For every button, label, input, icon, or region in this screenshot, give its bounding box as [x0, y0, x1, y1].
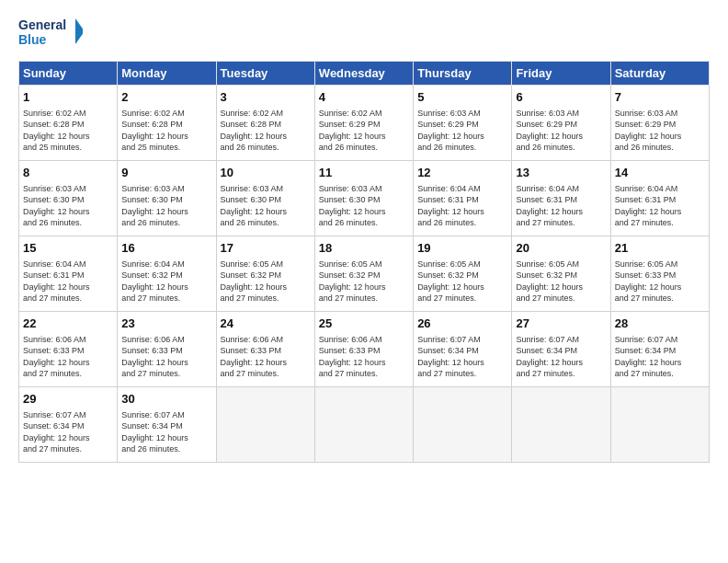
cell-text: Sunrise: 6:02 AMSunset: 6:28 PMDaylight:… [121, 108, 211, 154]
cell-text: Sunrise: 6:03 AMSunset: 6:30 PMDaylight:… [221, 183, 311, 229]
logo-svg: General Blue [18, 15, 83, 52]
day-number: 10 [221, 165, 311, 181]
calendar-cell: 20Sunrise: 6:05 AMSunset: 6:32 PMDayligh… [512, 236, 610, 312]
day-number: 5 [417, 89, 507, 106]
calendar-body: 1Sunrise: 6:02 AMSunset: 6:28 PMDaylight… [19, 86, 710, 463]
calendar-cell: 8Sunrise: 6:03 AMSunset: 6:30 PMDaylight… [19, 161, 118, 236]
cell-text: Sunrise: 6:07 AMSunset: 6:34 PMDaylight:… [23, 409, 113, 455]
cell-text: Sunrise: 6:03 AMSunset: 6:30 PMDaylight:… [319, 183, 409, 229]
cell-text: Sunrise: 6:05 AMSunset: 6:32 PMDaylight:… [319, 259, 409, 304]
day-number: 19 [417, 240, 507, 257]
day-number: 21 [615, 240, 705, 257]
day-number: 15 [23, 240, 113, 257]
cell-text: Sunrise: 6:04 AMSunset: 6:32 PMDaylight:… [121, 259, 211, 304]
weekday-wednesday: Wednesday [314, 62, 413, 86]
header: General Blue [18, 15, 710, 52]
calendar-cell [216, 387, 314, 463]
weekday-header: SundayMondayTuesdayWednesdayThursdayFrid… [19, 62, 710, 86]
calendar-cell: 25Sunrise: 6:06 AMSunset: 6:33 PMDayligh… [314, 312, 413, 387]
calendar-cell: 16Sunrise: 6:04 AMSunset: 6:32 PMDayligh… [118, 236, 216, 312]
cell-text: Sunrise: 6:05 AMSunset: 6:32 PMDaylight:… [516, 259, 606, 304]
weekday-friday: Friday [512, 62, 610, 86]
calendar-cell: 29Sunrise: 6:07 AMSunset: 6:34 PMDayligh… [19, 387, 118, 463]
calendar-cell: 10Sunrise: 6:03 AMSunset: 6:30 PMDayligh… [216, 161, 314, 236]
calendar-cell: 7Sunrise: 6:03 AMSunset: 6:29 PMDaylight… [610, 86, 709, 161]
day-number: 12 [417, 165, 507, 181]
day-number: 30 [121, 391, 211, 408]
weekday-monday: Monday [118, 62, 216, 86]
day-number: 17 [221, 240, 311, 257]
cell-text: Sunrise: 6:07 AMSunset: 6:34 PMDaylight:… [417, 334, 507, 380]
calendar-cell: 26Sunrise: 6:07 AMSunset: 6:34 PMDayligh… [414, 312, 512, 387]
day-number: 24 [221, 316, 311, 332]
calendar-cell: 17Sunrise: 6:05 AMSunset: 6:32 PMDayligh… [216, 236, 314, 312]
page: General Blue SundayMondayTuesdayWednesda… [0, 0, 728, 563]
calendar-cell [414, 387, 512, 463]
calendar-cell: 11Sunrise: 6:03 AMSunset: 6:30 PMDayligh… [314, 161, 413, 236]
weekday-tuesday: Tuesday [216, 62, 314, 86]
svg-marker-2 [75, 18, 83, 44]
calendar-week-2: 15Sunrise: 6:04 AMSunset: 6:31 PMDayligh… [19, 236, 710, 312]
day-number: 20 [516, 240, 606, 257]
cell-text: Sunrise: 6:02 AMSunset: 6:29 PMDaylight:… [319, 108, 409, 154]
day-number: 28 [615, 316, 705, 332]
cell-text: Sunrise: 6:02 AMSunset: 6:28 PMDaylight:… [221, 108, 311, 154]
day-number: 1 [23, 89, 113, 106]
cell-text: Sunrise: 6:04 AMSunset: 6:31 PMDaylight:… [417, 183, 507, 229]
calendar-cell: 2Sunrise: 6:02 AMSunset: 6:28 PMDaylight… [118, 86, 216, 161]
calendar-cell: 15Sunrise: 6:04 AMSunset: 6:31 PMDayligh… [19, 236, 118, 312]
calendar-cell: 30Sunrise: 6:07 AMSunset: 6:34 PMDayligh… [118, 387, 216, 463]
day-number: 4 [319, 89, 409, 106]
cell-text: Sunrise: 6:04 AMSunset: 6:31 PMDaylight:… [615, 183, 705, 229]
cell-text: Sunrise: 6:03 AMSunset: 6:30 PMDaylight:… [23, 183, 113, 229]
cell-text: Sunrise: 6:03 AMSunset: 6:29 PMDaylight:… [615, 108, 705, 154]
calendar-cell: 5Sunrise: 6:03 AMSunset: 6:29 PMDaylight… [414, 86, 512, 161]
calendar-cell: 21Sunrise: 6:05 AMSunset: 6:33 PMDayligh… [610, 236, 709, 312]
day-number: 14 [615, 165, 705, 181]
day-number: 7 [615, 89, 705, 106]
calendar-cell [610, 387, 709, 463]
day-number: 2 [121, 89, 211, 106]
day-number: 3 [221, 89, 311, 106]
day-number: 6 [516, 89, 606, 106]
cell-text: Sunrise: 6:07 AMSunset: 6:34 PMDaylight:… [615, 334, 705, 380]
calendar-cell: 23Sunrise: 6:06 AMSunset: 6:33 PMDayligh… [118, 312, 216, 387]
cell-text: Sunrise: 6:03 AMSunset: 6:29 PMDaylight:… [516, 108, 606, 154]
calendar-cell: 6Sunrise: 6:03 AMSunset: 6:29 PMDaylight… [512, 86, 610, 161]
calendar-cell: 9Sunrise: 6:03 AMSunset: 6:30 PMDaylight… [118, 161, 216, 236]
cell-text: Sunrise: 6:03 AMSunset: 6:30 PMDaylight:… [121, 183, 211, 229]
calendar-week-0: 1Sunrise: 6:02 AMSunset: 6:28 PMDaylight… [19, 86, 710, 161]
calendar-cell: 12Sunrise: 6:04 AMSunset: 6:31 PMDayligh… [414, 161, 512, 236]
calendar-cell: 14Sunrise: 6:04 AMSunset: 6:31 PMDayligh… [610, 161, 709, 236]
weekday-saturday: Saturday [610, 62, 709, 86]
cell-text: Sunrise: 6:05 AMSunset: 6:33 PMDaylight:… [615, 259, 705, 304]
cell-text: Sunrise: 6:02 AMSunset: 6:28 PMDaylight:… [23, 108, 113, 154]
calendar-cell: 24Sunrise: 6:06 AMSunset: 6:33 PMDayligh… [216, 312, 314, 387]
calendar-week-3: 22Sunrise: 6:06 AMSunset: 6:33 PMDayligh… [19, 312, 710, 387]
cell-text: Sunrise: 6:07 AMSunset: 6:34 PMDaylight:… [121, 409, 211, 455]
day-number: 16 [121, 240, 211, 257]
day-number: 9 [121, 165, 211, 181]
day-number: 18 [319, 240, 409, 257]
calendar-cell: 1Sunrise: 6:02 AMSunset: 6:28 PMDaylight… [19, 86, 118, 161]
cell-text: Sunrise: 6:07 AMSunset: 6:34 PMDaylight:… [516, 334, 606, 380]
cell-text: Sunrise: 6:05 AMSunset: 6:32 PMDaylight:… [221, 259, 311, 304]
cell-text: Sunrise: 6:06 AMSunset: 6:33 PMDaylight:… [319, 334, 409, 380]
weekday-thursday: Thursday [414, 62, 512, 86]
calendar-week-1: 8Sunrise: 6:03 AMSunset: 6:30 PMDaylight… [19, 161, 710, 236]
calendar-week-4: 29Sunrise: 6:07 AMSunset: 6:34 PMDayligh… [19, 387, 710, 463]
day-number: 8 [23, 165, 113, 181]
calendar-cell: 13Sunrise: 6:04 AMSunset: 6:31 PMDayligh… [512, 161, 610, 236]
cell-text: Sunrise: 6:06 AMSunset: 6:33 PMDaylight:… [221, 334, 311, 380]
day-number: 26 [417, 316, 507, 332]
calendar-cell: 4Sunrise: 6:02 AMSunset: 6:29 PMDaylight… [314, 86, 413, 161]
cell-text: Sunrise: 6:04 AMSunset: 6:31 PMDaylight:… [516, 183, 606, 229]
weekday-sunday: Sunday [19, 62, 118, 86]
day-number: 23 [121, 316, 211, 332]
logo: General Blue [18, 15, 83, 52]
calendar-cell: 3Sunrise: 6:02 AMSunset: 6:28 PMDaylight… [216, 86, 314, 161]
svg-text:Blue: Blue [18, 32, 47, 47]
calendar-cell: 22Sunrise: 6:06 AMSunset: 6:33 PMDayligh… [19, 312, 118, 387]
svg-text:General: General [18, 17, 66, 32]
calendar-cell: 18Sunrise: 6:05 AMSunset: 6:32 PMDayligh… [314, 236, 413, 312]
